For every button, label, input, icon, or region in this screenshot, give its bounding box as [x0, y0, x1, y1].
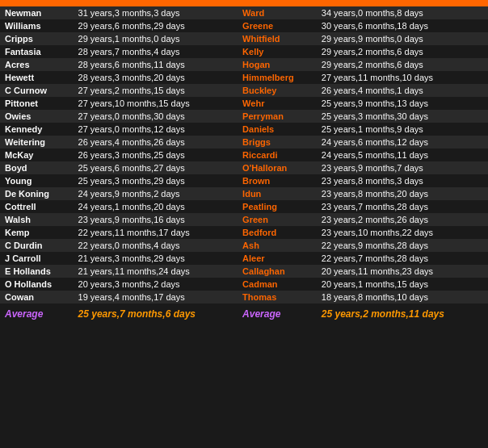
gws-player-name: Daniels	[238, 123, 317, 136]
carlton-player-age: 29 years,1 months,0 days	[74, 32, 238, 45]
carlton-player-age: 22 years,0 months,4 days	[74, 239, 238, 252]
gws-player-age: 23 years,8 months,3 days	[317, 174, 488, 187]
gws-player-age: 24 years,5 months,11 days	[317, 149, 488, 161]
gws-avg-label: Average	[238, 304, 317, 324]
gws-player-age: 24 years,6 months,12 days	[317, 136, 488, 149]
gws-player-name: Idun	[238, 187, 317, 200]
gws-age-header	[317, 0, 488, 6]
carlton-player-age: 23 years,9 months,16 days	[74, 213, 238, 226]
carlton-player-age: 31 years,3 months,3 days	[74, 6, 238, 19]
carlton-player-age: 20 years,3 months,2 days	[74, 278, 238, 291]
carlton-player-age: 27 years,10 months,15 days	[74, 97, 238, 110]
carlton-player-age: 28 years,7 months,4 days	[74, 45, 238, 58]
carlton-player-name: E Hollands	[0, 265, 74, 278]
gws-player-name: O'Halloran	[238, 161, 317, 174]
carlton-player-age: 26 years,3 months,25 days	[74, 149, 238, 161]
carlton-player-age: 25 years,3 months,29 days	[74, 174, 238, 187]
gws-player-age: 29 years,2 months,6 days	[317, 45, 488, 58]
carlton-player-name: C Curnow	[0, 84, 74, 97]
gws-player-name: Callaghan	[238, 265, 317, 278]
gws-player-age: 23 years,9 months,7 days	[317, 161, 488, 174]
gws-player-name: Cadman	[238, 278, 317, 291]
carlton-player-age: 27 years,0 months,30 days	[74, 110, 238, 123]
gws-player-age: 29 years,9 months,0 days	[317, 32, 488, 45]
gws-player-age: 30 years,6 months,18 days	[317, 19, 488, 32]
gws-avg-value: 25 years,2 months,11 days	[317, 304, 488, 324]
gws-player-name: Ward	[238, 6, 317, 19]
gws-player-age: 25 years,1 months,9 days	[317, 123, 488, 136]
gws-player-name: Green	[238, 213, 317, 226]
carlton-player-age: 24 years,9 months,2 days	[74, 187, 238, 200]
gws-player-age: 34 years,0 months,8 days	[317, 6, 488, 19]
carlton-player-name: C Durdin	[0, 239, 74, 252]
gws-player-name: Ash	[238, 239, 317, 252]
carlton-player-name: Walsh	[0, 213, 74, 226]
carlton-header	[0, 0, 74, 6]
gws-header	[238, 0, 317, 6]
gws-player-name: Aleer	[238, 252, 317, 265]
carlton-player-name: Hewett	[0, 71, 74, 84]
carlton-player-age: 25 years,6 months,27 days	[74, 161, 238, 174]
gws-player-age: 22 years,9 months,28 days	[317, 239, 488, 252]
carlton-player-age: 27 years,2 months,15 days	[74, 84, 238, 97]
gws-player-name: Whitfield	[238, 32, 317, 45]
gws-player-name: Briggs	[238, 136, 317, 149]
carlton-player-name: Owies	[0, 110, 74, 123]
carlton-player-name: O Hollands	[0, 278, 74, 291]
carlton-player-name: Boyd	[0, 161, 74, 174]
carlton-player-name: De Koning	[0, 187, 74, 200]
gws-player-age: 25 years,3 months,30 days	[317, 110, 488, 123]
carlton-age-header	[74, 0, 238, 6]
gws-player-name: Hogan	[238, 58, 317, 71]
carlton-player-age: 28 years,6 months,11 days	[74, 58, 238, 71]
carlton-player-name: Weitering	[0, 136, 74, 149]
gws-player-name: Perryman	[238, 110, 317, 123]
gws-player-age: 25 years,9 months,13 days	[317, 97, 488, 110]
gws-player-age: 26 years,4 months,1 days	[317, 84, 488, 97]
carlton-player-age: 27 years,0 months,12 days	[74, 123, 238, 136]
comparison-table: Newman 31 years,3 months,3 days Ward 34 …	[0, 0, 488, 324]
carlton-player-name: Kemp	[0, 226, 74, 239]
carlton-player-age: 24 years,1 months,20 days	[74, 200, 238, 213]
gws-player-age: 23 years,2 months,26 days	[317, 213, 488, 226]
gws-player-name: Wehr	[238, 97, 317, 110]
carlton-player-name: Acres	[0, 58, 74, 71]
carlton-avg-label: Average	[0, 304, 74, 324]
gws-player-name: Thomas	[238, 291, 317, 304]
carlton-player-name: Newman	[0, 6, 74, 19]
gws-player-name: Buckley	[238, 84, 317, 97]
carlton-player-age: 21 years,3 months,29 days	[74, 252, 238, 265]
gws-player-age: 29 years,2 months,6 days	[317, 58, 488, 71]
gws-player-age: 27 years,11 months,10 days	[317, 71, 488, 84]
carlton-player-name: Kennedy	[0, 123, 74, 136]
gws-player-name: Himmelberg	[238, 71, 317, 84]
gws-player-age: 20 years,11 months,23 days	[317, 265, 488, 278]
carlton-player-age: 28 years,3 months,20 days	[74, 71, 238, 84]
carlton-player-age: 29 years,6 months,29 days	[74, 19, 238, 32]
gws-player-age: 22 years,7 months,28 days	[317, 252, 488, 265]
main-container: Newman 31 years,3 months,3 days Ward 34 …	[0, 0, 488, 324]
carlton-player-name: J Carroll	[0, 252, 74, 265]
gws-player-name: Peatling	[238, 200, 317, 213]
carlton-avg-value: 25 years,7 months,6 days	[74, 304, 238, 324]
gws-player-name: Brown	[238, 174, 317, 187]
carlton-player-name: Young	[0, 174, 74, 187]
carlton-player-name: Cowan	[0, 291, 74, 304]
carlton-player-name: McKay	[0, 149, 74, 161]
carlton-player-age: 19 years,4 months,17 days	[74, 291, 238, 304]
gws-player-age: 20 years,1 months,15 days	[317, 278, 488, 291]
carlton-player-name: Cripps	[0, 32, 74, 45]
gws-player-name: Riccardi	[238, 149, 317, 161]
gws-player-age: 23 years,8 months,20 days	[317, 187, 488, 200]
carlton-player-age: 22 years,11 months,17 days	[74, 226, 238, 239]
carlton-player-age: 26 years,4 months,26 days	[74, 136, 238, 149]
carlton-player-age: 21 years,11 months,24 days	[74, 265, 238, 278]
gws-player-age: 23 years,10 months,22 days	[317, 226, 488, 239]
carlton-player-name: Williams	[0, 19, 74, 32]
gws-player-name: Greene	[238, 19, 317, 32]
gws-player-name: Kelly	[238, 45, 317, 58]
carlton-player-name: Cottrell	[0, 200, 74, 213]
gws-player-age: 23 years,7 months,28 days	[317, 200, 488, 213]
carlton-player-name: Fantasia	[0, 45, 74, 58]
gws-player-name: Bedford	[238, 226, 317, 239]
